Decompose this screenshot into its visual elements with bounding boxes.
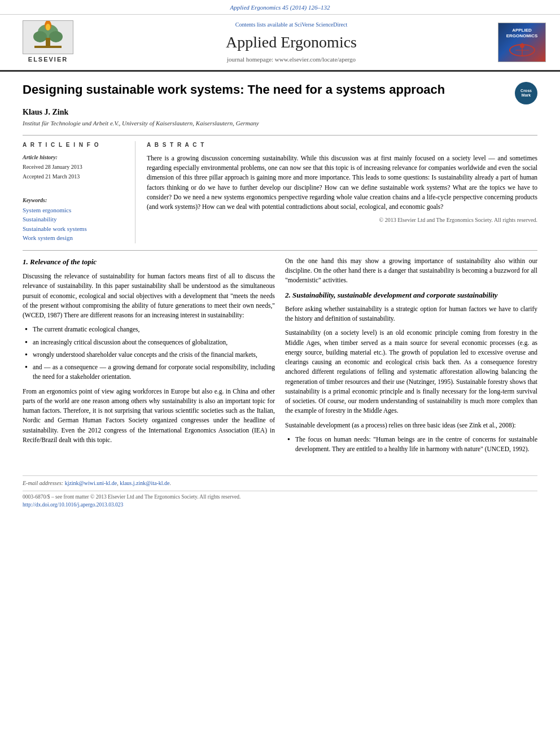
article-footer: E-mail addresses: kjzink@wiwi.uni-kl.de,… — [23, 475, 537, 509]
svg-point-10 — [520, 43, 524, 48]
journal-reference: Applied Ergonomics 45 (2014) 126–132 — [0, 0, 560, 15]
svg-rect-5 — [34, 46, 62, 48]
section2-bullet-1: The focus on human needs: "Human beings … — [287, 435, 537, 455]
article-info-title: A R T I C L E I N F O — [23, 141, 126, 149]
keyword-1: System ergonomics — [23, 206, 126, 215]
journal-cover-image: APPLIED ERGONOMICS — [498, 23, 546, 62]
elsevier-label-text: ELSEVIER — [28, 55, 68, 64]
abstract-title: A B S T R A C T — [147, 141, 537, 149]
issn-line: 0003-6870/$ – see front matter © 2013 El… — [23, 493, 537, 501]
journal-homepage: journal homepage: www.elsevier.com/locat… — [90, 55, 492, 64]
footnote-email: E-mail addresses: kjzink@wiwi.uni-kl.de,… — [23, 479, 537, 487]
article-main: Designing sustainable work systems: The … — [0, 72, 560, 470]
cover-title-line2: ERGONOMICS — [506, 33, 538, 39]
keywords-label: Keywords: — [23, 196, 126, 204]
title-row: Designing sustainable work systems: The … — [23, 82, 537, 104]
email-link-1[interactable]: kjzink@wiwi.uni-kl.de — [65, 480, 117, 486]
article-title: Designing sustainable work systems: The … — [23, 82, 445, 98]
bullet-2: an increasingly critical discussion abou… — [25, 338, 275, 347]
elsevier-tree-image — [23, 20, 73, 54]
keywords-list: System ergonomics Sustainability Sustain… — [23, 206, 126, 243]
footer-bottom: 0003-6870/$ – see front matter © 2013 El… — [23, 491, 537, 509]
svg-point-3 — [49, 31, 63, 42]
abstract-column: A B S T R A C T There is a growing discu… — [147, 141, 537, 243]
accepted-date: Accepted 21 March 2013 — [23, 173, 126, 181]
section1-bullets: The current dramatic ecological changes,… — [25, 325, 275, 382]
journal-cover: APPLIED ERGONOMICS — [498, 23, 549, 62]
copyright-notice: © 2013 Elsevier Ltd and The Ergonomics S… — [147, 216, 537, 224]
section2-heading: 2. Sustainability, sustainable developme… — [285, 290, 537, 301]
sciverse-text: Contents lists available at SciVerse Sci… — [90, 21, 492, 29]
doi-link[interactable]: http://dx.doi.org/10.1016/j.apergo.2013.… — [23, 502, 123, 508]
journal-title: Applied Ergonomics — [90, 31, 492, 53]
svg-point-2 — [33, 31, 47, 42]
elsevier-logo: ELSEVIER — [23, 20, 73, 64]
article-info-column: A R T I C L E I N F O Article history: R… — [23, 141, 135, 243]
divider-2 — [23, 250, 537, 251]
email-link-2[interactable]: klaus.j.zink@ita-kl.de — [120, 480, 169, 486]
history-label: Article history: — [23, 154, 126, 161]
body-columns: 1. Relevance of the topic Discussing the… — [23, 256, 537, 459]
svg-point-7 — [46, 24, 50, 30]
divider-1 — [23, 135, 537, 136]
section2-para3: Sustainable development (as a process) r… — [285, 421, 537, 430]
section2-para1: Before asking whether sustainability is … — [285, 304, 537, 324]
received-date: Received 28 January 2013 — [23, 163, 126, 171]
section2-bullets: The focus on human needs: "Human beings … — [287, 435, 537, 455]
keyword-4: Work system design — [23, 234, 126, 242]
section1-para1: Discussing the relevance of sustainabili… — [23, 272, 275, 320]
section2-para2: Sustainability (on a society level) is a… — [285, 328, 537, 416]
author-affiliation: Institut für Technologie und Arbeit e.V.… — [23, 119, 537, 128]
body-right-col: On the one hand this may show a growing … — [285, 256, 537, 459]
crossmark-badge[interactable]: CrossMark — [515, 82, 537, 104]
info-abstract-section: A R T I C L E I N F O Article history: R… — [23, 141, 537, 243]
article-title-block: Designing sustainable work systems: The … — [23, 82, 445, 103]
publisher-logo-area: ELSEVIER — [11, 20, 85, 64]
abstract-text: There is a growing discussion concerning… — [147, 154, 537, 212]
bullet-4: and — as a consequence — a growing deman… — [25, 362, 275, 382]
journal-header: ELSEVIER Contents lists available at Sci… — [0, 15, 560, 71]
cover-title-line1: APPLIED — [512, 28, 532, 33]
right-col-para1: On the one hand this may show a growing … — [285, 256, 537, 286]
author-name: Klaus J. Zink — [23, 107, 537, 118]
body-left-col: 1. Relevance of the topic Discussing the… — [23, 256, 275, 459]
section1-heading: 1. Relevance of the topic — [23, 256, 275, 268]
journal-title-area: Contents lists available at SciVerse Sci… — [90, 21, 492, 64]
bullet-1: The current dramatic ecological changes, — [25, 325, 275, 334]
section1-para2: From an ergonomics point of view aging w… — [23, 387, 275, 445]
keyword-3: Sustainable work systems — [23, 225, 126, 233]
keyword-2: Sustainability — [23, 215, 126, 224]
bullet-3: wrongly understood shareholder value con… — [25, 350, 275, 360]
